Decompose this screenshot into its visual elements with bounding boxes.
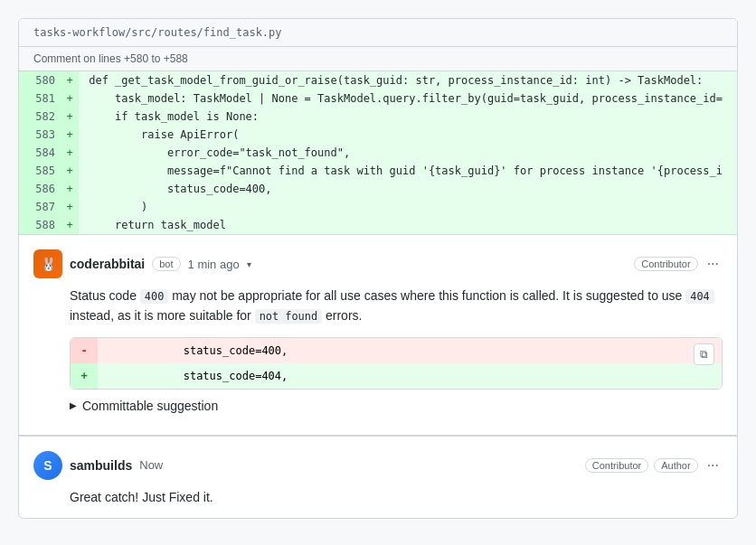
add-sign: + xyxy=(71,363,98,389)
file-header: tasks-workflow/src/routes/find_task.py xyxy=(19,19,737,47)
line-code: task_model: TaskModel | None = TaskModel… xyxy=(79,89,737,108)
code-404: 404 xyxy=(685,289,713,304)
remove-code: status_code=400, xyxy=(98,338,722,363)
diff-table: 580+ def _get_task_model_from_guid_or_ra… xyxy=(19,71,737,234)
user-comment-section: S sambuilds Now Contributor Author ··· G… xyxy=(19,437,737,518)
line-sign: + xyxy=(64,108,79,126)
code-diff: 580+ def _get_task_model_from_guid_or_ra… xyxy=(19,71,737,235)
suggestion-box: ⧉ - status_code=400, + status_code=404, xyxy=(70,337,723,390)
user-username: sambuilds xyxy=(70,458,132,473)
bot-time: 1 min ago xyxy=(188,258,240,271)
committable-suggestion[interactable]: ▶ Committable suggestion xyxy=(70,399,723,413)
line-code: raise ApiError( xyxy=(79,126,737,144)
line-sign: + xyxy=(64,216,79,234)
chevron-down-icon[interactable]: ▾ xyxy=(247,259,251,269)
line-code: message=f"Cannot find a task with guid '… xyxy=(79,162,737,180)
line-number: 587 xyxy=(19,198,64,216)
bot-comment-body: Status code 400 may not be appropriate f… xyxy=(70,286,723,326)
remove-sign: - xyxy=(71,338,98,363)
add-code: status_code=404, xyxy=(98,363,722,389)
line-code: error_code="task_not_found", xyxy=(79,144,737,162)
copy-button[interactable]: ⧉ xyxy=(694,343,714,365)
bot-avatar: 🐰 xyxy=(33,249,62,278)
line-code: ) xyxy=(79,198,737,216)
pr-review-card: tasks-workflow/src/routes/find_task.py C… xyxy=(18,18,738,519)
file-path: tasks-workflow/src/routes/find_task.py xyxy=(33,26,282,39)
line-sign: + xyxy=(64,180,79,198)
line-number: 586 xyxy=(19,180,64,198)
line-number: 581 xyxy=(19,89,64,108)
line-code: if task_model is None: xyxy=(79,108,737,126)
line-sign: + xyxy=(64,89,79,108)
bot-comment-item: 🐰 coderabbitai bot 1 min ago ▾ Contribut… xyxy=(19,235,737,424)
line-number: 580 xyxy=(19,71,64,89)
line-code: return task_model xyxy=(79,216,737,234)
user-comment-item: S sambuilds Now Contributor Author ··· G… xyxy=(19,437,737,518)
triangle-icon: ▶ xyxy=(70,400,77,410)
bot-more-button[interactable]: ··· xyxy=(704,256,723,272)
user-author-badge: Author xyxy=(654,458,697,473)
line-sign: + xyxy=(64,144,79,162)
user-more-button[interactable]: ··· xyxy=(704,457,723,474)
suggestion-table: - status_code=400, + status_code=404, xyxy=(71,338,722,389)
bot-comment-section: 🐰 coderabbitai bot 1 min ago ▾ Contribut… xyxy=(19,235,737,437)
bot-role-badge: Contributor xyxy=(634,257,697,271)
line-sign: + xyxy=(64,71,79,89)
suggestion-remove-row: - status_code=400, xyxy=(71,338,722,363)
suggestion-add-row: + status_code=404, xyxy=(71,363,722,389)
line-number: 583 xyxy=(19,126,64,144)
comment-divider xyxy=(19,435,737,436)
line-number: 585 xyxy=(19,162,64,180)
line-number: 582 xyxy=(19,108,64,126)
code-not-found: not found xyxy=(255,309,322,324)
user-comment-meta: S sambuilds Now Contributor Author ··· xyxy=(33,451,723,480)
committable-label: Committable suggestion xyxy=(82,399,218,413)
user-comment-body: Great catch! Just Fixed it. xyxy=(70,487,723,507)
bot-badge: bot xyxy=(152,257,180,271)
bot-username: coderabbitai xyxy=(70,257,145,271)
user-time: Now xyxy=(139,458,163,472)
line-code: def _get_task_model_from_guid_or_raise(t… xyxy=(79,71,737,89)
code-400: 400 xyxy=(140,289,168,304)
bot-comment-meta: 🐰 coderabbitai bot 1 min ago ▾ Contribut… xyxy=(33,249,723,278)
line-code: status_code=400, xyxy=(79,180,737,198)
line-sign: + xyxy=(64,198,79,216)
line-number: 584 xyxy=(19,144,64,162)
line-sign: + xyxy=(64,162,79,180)
line-number: 588 xyxy=(19,216,64,234)
diff-comment-range: Comment on lines +580 to +588 xyxy=(19,47,737,71)
line-sign: + xyxy=(64,126,79,144)
user-contributor-badge: Contributor xyxy=(585,458,648,473)
user-avatar: S xyxy=(33,451,62,480)
